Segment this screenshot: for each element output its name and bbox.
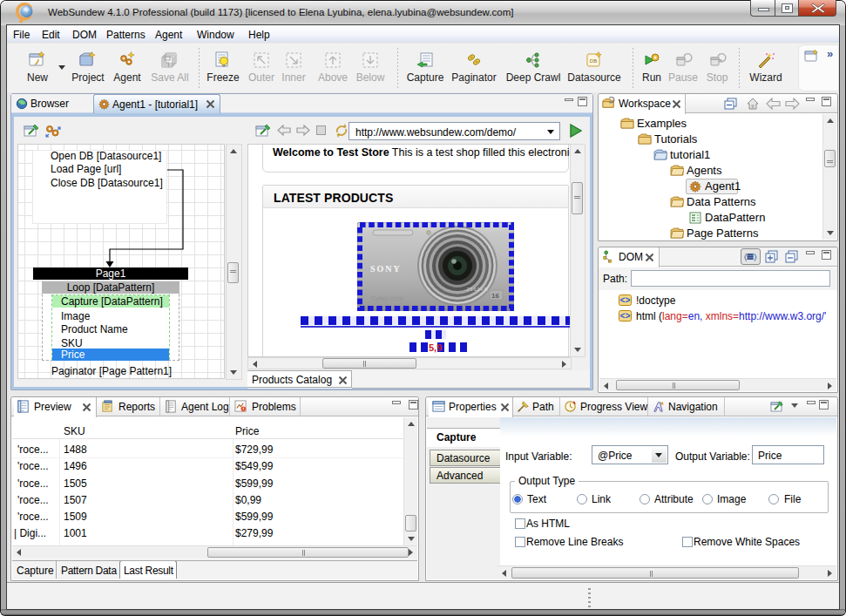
svg-text:<>: <> [619,312,630,322]
svg-text:2.5-6.3/4.38: 2.5-6.3/4.38 [467,288,489,292]
svg-text:Cyber-shot: Cyber-shot [371,294,404,302]
svg-text:DB: DB [590,58,597,64]
svg-text:16: 16 [491,292,499,300]
svg-text:SONY: SONY [370,264,402,274]
svg-text:<>: <> [619,296,630,306]
